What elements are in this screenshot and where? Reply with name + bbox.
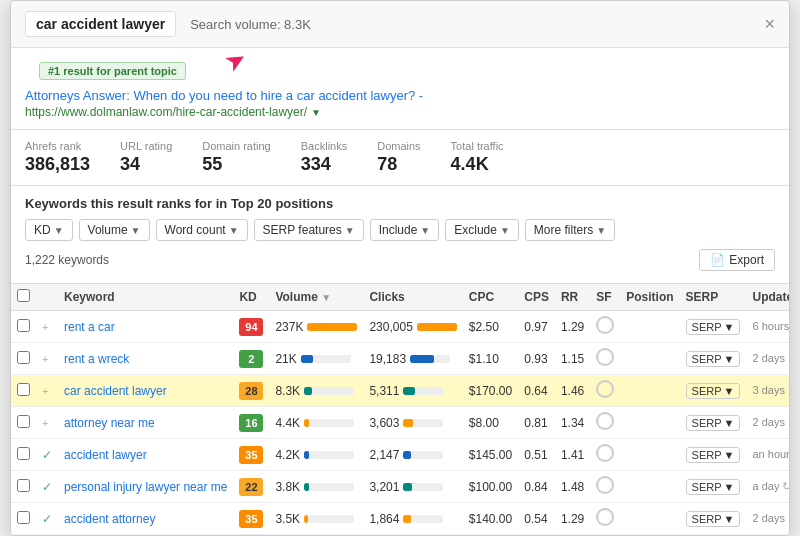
volume-cell: 4.2K [269,439,363,471]
th-sf[interactable]: SF [590,284,620,311]
filter-button[interactable]: Volume ▼ [79,219,150,241]
updated-cell: 6 hours ↻ [746,311,789,343]
row-expand-cell[interactable]: + [36,343,58,375]
table-row: + rent a wreck 2 21K 19,183 $1.10 0.93 1… [11,343,789,375]
close-button[interactable]: × [764,15,775,33]
row-checkbox-cell [11,375,36,407]
row-expand-cell[interactable]: + [36,407,58,439]
row-expand-cell[interactable]: + [36,375,58,407]
clicks-cell: 3,201 [363,471,462,503]
clicks-cell: 19,183 [363,343,462,375]
th-keyword[interactable]: Keyword [58,284,233,311]
clicks-bar-fill [403,387,415,395]
th-cpc[interactable]: CPC [463,284,518,311]
kd-cell: 22 [233,471,269,503]
clicks-value: 2,147 [369,448,399,462]
row-expand-cell[interactable]: ✓ [36,471,58,503]
export-icon: 📄 [710,253,725,267]
row-checkbox[interactable] [17,415,30,428]
result-link[interactable]: Attorneys Answer: When do you need to hi… [25,88,423,103]
clicks-bar-fill [403,451,411,459]
row-expand-cell[interactable]: ✓ [36,439,58,471]
refresh-icon[interactable]: ↻ [788,352,789,364]
serp-badge[interactable]: SERP ▼ [686,351,741,367]
th-cps[interactable]: CPS [518,284,555,311]
keyword-cell[interactable]: personal injury lawyer near me [58,471,233,503]
volume-bar [304,515,354,523]
volume-value: 4.2K [275,448,300,462]
volume-value: 8.3K [275,384,300,398]
keyword-cell[interactable]: rent a wreck [58,343,233,375]
filter-label: Include [379,223,418,237]
kd-cell: 28 [233,375,269,407]
dropdown-icon[interactable]: ▼ [311,107,321,118]
volume-cell: 237K [269,311,363,343]
filter-button[interactable]: More filters ▼ [525,219,615,241]
th-volume[interactable]: Volume ▼ [269,284,363,311]
row-checkbox[interactable] [17,511,30,524]
keywords-table: Keyword KD Volume ▼ Clicks CPC CPS RR SF… [11,283,789,535]
keyword-cell[interactable]: accident lawyer [58,439,233,471]
th-clicks[interactable]: Clicks [363,284,462,311]
table-body: + rent a car 94 237K 230,005 $2.50 0.97 … [11,311,789,535]
clicks-bar [403,419,443,427]
volume-bar [301,355,351,363]
sf-cell [590,503,620,535]
metric-value: 4.4K [451,154,504,175]
serp-badge[interactable]: SERP ▼ [686,511,741,527]
keyword-cell[interactable]: accident attorney [58,503,233,535]
serp-badge[interactable]: SERP ▼ [686,319,741,335]
filter-button[interactable]: SERP features ▼ [254,219,364,241]
refresh-icon[interactable]: ↻ [782,480,789,492]
keywords-count-row: 1,222 keywords 📄 Export [25,249,775,271]
chevron-down-icon: ▼ [229,225,239,236]
th-serp[interactable]: SERP [680,284,747,311]
keyword-cell[interactable]: rent a car [58,311,233,343]
serp-badge[interactable]: SERP ▼ [686,415,741,431]
row-expand-cell[interactable]: + [36,311,58,343]
row-checkbox[interactable] [17,351,30,364]
serp-badge[interactable]: SERP ▼ [686,447,741,463]
volume-bar [304,387,354,395]
kd-cell: 16 [233,407,269,439]
filter-label: Exclude [454,223,497,237]
row-checkbox[interactable] [17,319,30,332]
kd-cell: 94 [233,311,269,343]
filter-button[interactable]: KD ▼ [25,219,73,241]
top-result-badge: #1 result for parent topic [39,62,186,80]
th-rr[interactable]: RR [555,284,590,311]
keyword-cell[interactable]: attorney near me [58,407,233,439]
volume-value: 237K [275,320,303,334]
volume-cell: 3.5K [269,503,363,535]
th-position[interactable]: Position [620,284,679,311]
refresh-icon[interactable]: ↻ [788,512,789,524]
th-updated[interactable]: Updated [746,284,789,311]
updated-cell: 2 days ↻ [746,407,789,439]
row-checkbox[interactable] [17,447,30,460]
row-expand-cell[interactable]: ✓ [36,503,58,535]
volume-cell: 21K [269,343,363,375]
metric-item: Domains78 [377,140,420,175]
clicks-cell: 2,147 [363,439,462,471]
filter-label: More filters [534,223,593,237]
row-checkbox-cell [11,439,36,471]
volume-cell: 4.4K [269,407,363,439]
th-kd[interactable]: KD [233,284,269,311]
volume-value: 4.4K [275,416,300,430]
filter-button[interactable]: Word count ▼ [156,219,248,241]
filter-button[interactable]: Exclude ▼ [445,219,519,241]
select-all-checkbox[interactable] [17,289,30,302]
serp-badge[interactable]: SERP ▼ [686,479,741,495]
updated-cell: an hour ↻ [746,439,789,471]
row-checkbox[interactable] [17,383,30,396]
serp-cell: SERP ▼ [680,375,747,407]
serp-dropdown-icon: ▼ [724,449,735,461]
export-button[interactable]: 📄 Export [699,249,775,271]
refresh-icon[interactable]: ↻ [788,384,789,396]
row-checkbox[interactable] [17,479,30,492]
refresh-icon[interactable]: ↻ [788,416,789,428]
volume-bar-fill [304,483,309,491]
keyword-cell[interactable]: car accident lawyer [58,375,233,407]
filter-button[interactable]: Include ▼ [370,219,440,241]
serp-badge[interactable]: SERP ▼ [686,383,741,399]
